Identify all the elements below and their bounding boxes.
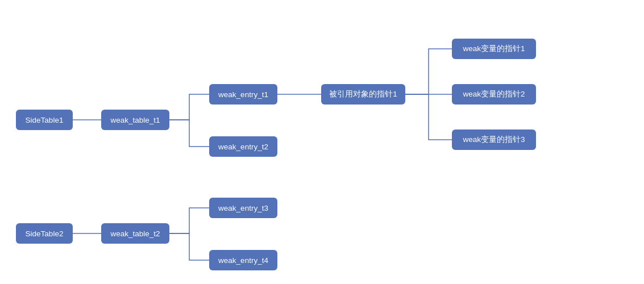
- node-weak-ptr3: weak变量的指针3: [452, 130, 536, 150]
- node-weak-ptr1: weak变量的指针1: [452, 39, 536, 59]
- node-ref-pointer1: 被引用对象的指针1: [321, 84, 405, 105]
- node-weak-entry-t4: weak_entry_t4: [209, 250, 277, 270]
- connections-svg: [0, 0, 644, 284]
- node-weak-entry-t2: weak_entry_t2: [209, 136, 277, 157]
- node-weak-entry-t3: weak_entry_t3: [209, 198, 277, 218]
- node-weak-entry-t1: weak_entry_t1: [209, 84, 277, 105]
- diagram: SideTable1weak_table_t1weak_entry_t1weak…: [0, 0, 644, 284]
- node-weak-table-t2: weak_table_t2: [101, 223, 169, 244]
- node-weak-ptr2: weak变量的指针2: [452, 84, 536, 105]
- node-sidetable2: SideTable2: [16, 223, 73, 244]
- node-sidetable1: SideTable1: [16, 110, 73, 130]
- node-weak-table-t1: weak_table_t1: [101, 110, 169, 130]
